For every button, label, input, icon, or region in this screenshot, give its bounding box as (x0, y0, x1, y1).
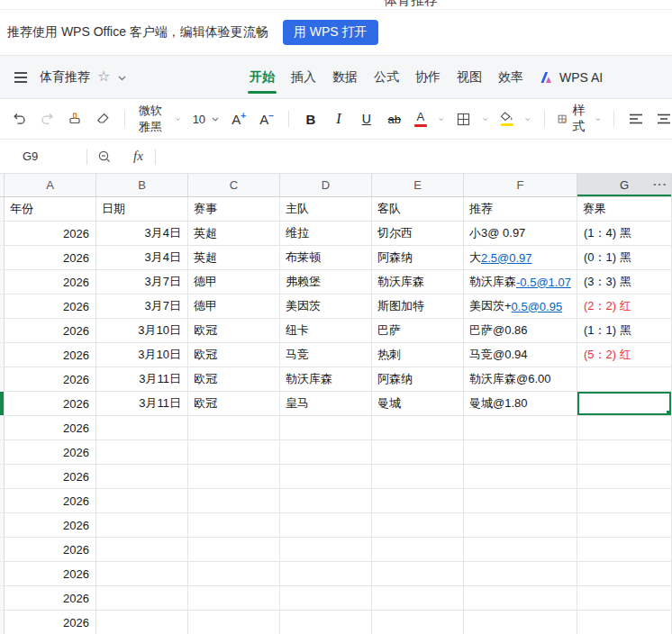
home-team-cell[interactable]: 马竞 (280, 343, 372, 367)
empty-cell[interactable] (96, 586, 188, 611)
empty-cell[interactable] (577, 611, 672, 634)
menu-icon[interactable] (14, 72, 27, 83)
format-painter-button[interactable] (67, 106, 83, 131)
bold-button[interactable]: B (303, 106, 319, 131)
empty-cell[interactable] (280, 416, 372, 440)
empty-cell[interactable] (280, 611, 372, 634)
recommendation-cell[interactable]: 小3@ 0.97 (464, 222, 577, 246)
column-header-a[interactable]: A (5, 174, 96, 196)
empty-cell[interactable] (280, 465, 372, 489)
odds-link[interactable]: -0.5@1.07 (516, 276, 571, 289)
header-cell[interactable]: 客队 (372, 197, 464, 222)
date-cell[interactable]: 3月10日 (96, 343, 188, 367)
away-team-cell[interactable]: 斯图加特 (372, 294, 464, 319)
redo-button[interactable] (39, 106, 55, 131)
year-cell[interactable]: 2026 (5, 538, 96, 562)
empty-cell[interactable] (577, 489, 672, 513)
column-header-d[interactable]: D (280, 174, 372, 196)
competition-cell[interactable]: 德甲 (188, 270, 280, 294)
competition-cell[interactable]: 欧冠 (188, 319, 280, 343)
empty-cell[interactable] (188, 586, 280, 611)
ribbon-tab[interactable]: 开始 (250, 56, 275, 99)
empty-cell[interactable] (96, 562, 188, 586)
fill-color-button[interactable] (500, 112, 513, 126)
italic-button[interactable]: I (331, 106, 347, 131)
align-center-button[interactable] (656, 106, 672, 131)
empty-cell[interactable] (577, 465, 672, 489)
empty-cell[interactable] (188, 416, 280, 440)
result-cell[interactable]: (5：2) 红 (577, 343, 672, 367)
empty-cell[interactable] (577, 538, 672, 562)
increase-font-button[interactable]: A+ (231, 106, 247, 131)
empty-cell[interactable] (280, 440, 372, 465)
recommendation-cell[interactable]: 马竞@0.94 (464, 343, 577, 367)
date-cell[interactable]: 3月7日 (96, 270, 188, 294)
empty-cell[interactable] (280, 586, 372, 611)
empty-cell[interactable] (372, 416, 464, 440)
year-cell[interactable]: 2026 (5, 222, 96, 246)
insert-function-button[interactable]: fx (133, 149, 143, 164)
year-cell[interactable]: 2026 (5, 586, 96, 611)
empty-cell[interactable] (96, 465, 188, 489)
empty-cell[interactable] (464, 416, 577, 440)
header-cell[interactable]: 推荐 (464, 197, 577, 222)
result-cell[interactable]: (3：3) 黑 (577, 270, 672, 294)
odds-link[interactable]: 0.5@0.95 (512, 300, 563, 313)
year-cell[interactable]: 2026 (5, 416, 96, 440)
year-cell[interactable]: 2026 (5, 489, 96, 513)
recommendation-cell[interactable]: 大2.5@0.97 (464, 246, 577, 270)
empty-cell[interactable] (464, 489, 577, 513)
cell-reference-box[interactable]: G9 (0, 149, 86, 163)
wps-ai-tab[interactable]: WPS AI (540, 56, 603, 99)
date-cell[interactable]: 3月4日 (96, 246, 188, 270)
empty-cell[interactable] (577, 440, 672, 465)
fill-handle[interactable] (667, 411, 671, 415)
home-team-cell[interactable]: 美因茨 (280, 294, 372, 319)
empty-cell[interactable] (372, 586, 464, 611)
home-team-cell[interactable]: 勒沃库森 (280, 367, 372, 392)
result-cell[interactable]: (1：1) 黑 (577, 319, 672, 343)
year-cell[interactable]: 2026 (5, 513, 96, 538)
away-team-cell[interactable]: 曼城 (372, 392, 464, 416)
empty-cell[interactable] (464, 611, 577, 634)
ribbon-tab[interactable]: 协作 (415, 56, 440, 99)
empty-cell[interactable] (372, 513, 464, 538)
empty-cell[interactable] (96, 416, 188, 440)
empty-cell[interactable] (464, 562, 577, 586)
strikethrough-button[interactable]: ab (386, 106, 403, 131)
borders-button[interactable] (455, 106, 471, 131)
empty-cell[interactable] (188, 465, 280, 489)
font-color-button[interactable]: A (414, 112, 427, 127)
empty-cell[interactable] (96, 538, 188, 562)
empty-cell[interactable] (96, 489, 188, 513)
header-cell[interactable]: 赛事 (188, 197, 280, 222)
decrease-font-button[interactable]: A− (259, 106, 275, 131)
competition-cell[interactable]: 欧冠 (188, 367, 280, 392)
header-cell[interactable]: 主队 (280, 197, 372, 222)
empty-cell[interactable] (372, 440, 464, 465)
competition-cell[interactable]: 欧冠 (188, 343, 280, 367)
empty-cell[interactable] (96, 440, 188, 465)
empty-cell[interactable] (464, 440, 577, 465)
empty-cell[interactable] (280, 513, 372, 538)
recommendation-cell[interactable]: 勒沃库森-0.5@1.07 (464, 270, 577, 294)
font-size-select[interactable]: 10 (193, 113, 219, 126)
recommendation-cell[interactable]: 巴萨@0.86 (464, 319, 577, 343)
undo-button[interactable] (11, 106, 27, 131)
result-cell[interactable]: (2：2) 红 (577, 294, 672, 319)
open-in-wps-button[interactable]: 用 WPS 打开 (283, 20, 378, 45)
ribbon-tab[interactable]: 插入 (291, 56, 316, 99)
recommendation-cell[interactable]: 勒沃库森@6.00 (464, 367, 577, 392)
result-cell[interactable]: (0：1) 黑 (577, 246, 672, 270)
year-cell[interactable]: 2026 (5, 270, 96, 294)
empty-cell[interactable] (280, 489, 372, 513)
empty-cell[interactable] (280, 562, 372, 586)
font-family-select[interactable]: 微软雅黑 (139, 103, 181, 135)
year-cell[interactable]: 2026 (5, 465, 96, 489)
empty-cell[interactable] (577, 562, 672, 586)
font-color-chevron-icon[interactable] (439, 117, 444, 122)
empty-cell[interactable] (188, 440, 280, 465)
empty-cell[interactable] (372, 611, 464, 634)
empty-cell[interactable] (96, 513, 188, 538)
home-team-cell[interactable]: 布莱顿 (280, 246, 372, 270)
